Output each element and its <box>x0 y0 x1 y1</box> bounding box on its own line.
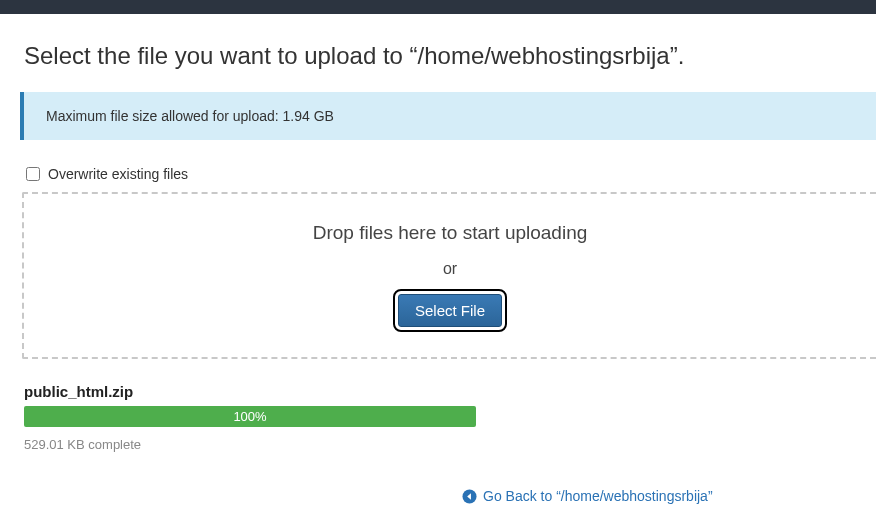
upload-item: public_html.zip 100% 529.01 KB complete <box>24 383 876 452</box>
dropzone-or: or <box>44 260 856 278</box>
upload-progress-label: 100% <box>233 409 266 424</box>
arrow-left-circle-icon <box>462 489 477 504</box>
page-title: Select the file you want to upload to “/… <box>24 42 876 70</box>
overwrite-checkbox[interactable] <box>26 167 40 181</box>
upload-filename: public_html.zip <box>24 383 876 400</box>
upload-status: 529.01 KB complete <box>24 437 876 452</box>
overwrite-checkbox-row[interactable]: Overwrite existing files <box>24 166 876 182</box>
go-back-label: Go Back to “/home/webhostingsrbija” <box>483 488 713 504</box>
go-back-link[interactable]: Go Back to “/home/webhostingsrbija” <box>462 488 713 504</box>
info-banner-text: Maximum file size allowed for upload: 1.… <box>46 108 334 124</box>
main-content: Select the file you want to upload to “/… <box>0 14 876 452</box>
dropzone[interactable]: Drop files here to start uploading or Se… <box>22 192 876 359</box>
overwrite-label: Overwrite existing files <box>48 166 188 182</box>
info-banner: Maximum file size allowed for upload: 1.… <box>20 92 876 140</box>
select-file-button[interactable]: Select File <box>398 294 502 327</box>
dropzone-text: Drop files here to start uploading <box>44 222 856 244</box>
top-bar <box>0 0 876 14</box>
upload-progress-bar: 100% <box>24 406 476 427</box>
